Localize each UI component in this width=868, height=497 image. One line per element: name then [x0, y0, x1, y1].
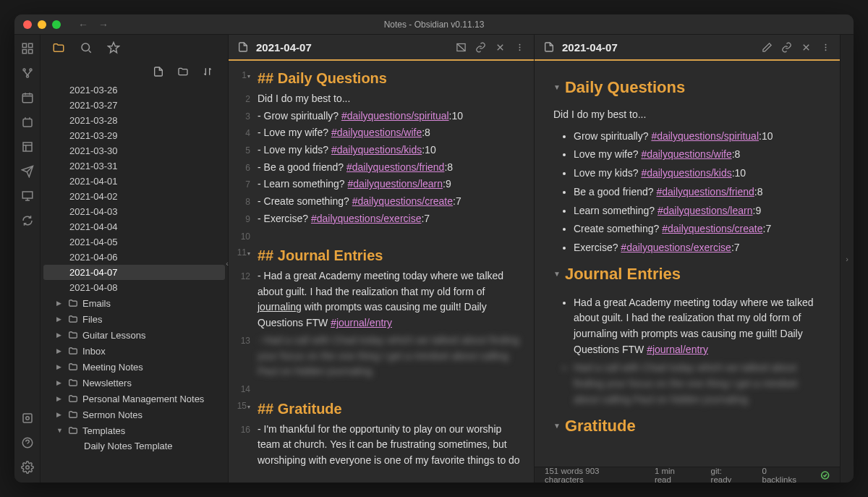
maximize-icon[interactable] [52, 20, 61, 29]
svg-point-21 [825, 46, 827, 48]
help-icon[interactable] [21, 436, 34, 449]
file-item[interactable]: 2021-03-31 [41, 158, 228, 174]
titlebar: ← → Notes - Obsidian v0.11.13 [14, 14, 854, 35]
folder-item[interactable]: ▶Personal Management Notes [41, 391, 228, 407]
pane-title[interactable]: 2021-04-07 [562, 41, 754, 54]
file-item[interactable]: 2021-04-03 [41, 204, 228, 219]
new-folder-icon[interactable] [177, 66, 189, 77]
svg-point-6 [26, 75, 28, 77]
tag-link[interactable]: #dailyquestions/learn [658, 205, 753, 216]
file-list[interactable]: 2021-03-262021-03-272021-03-282021-03-29… [41, 82, 228, 483]
collapse-right-icon[interactable]: › [841, 35, 854, 483]
back-icon[interactable]: ← [78, 19, 88, 30]
tag-link[interactable]: #dailyquestions/kids [331, 144, 422, 156]
file-item[interactable]: 2021-03-26 [41, 82, 228, 98]
file-item[interactable]: 2021-04-04 [41, 219, 228, 234]
tag-link[interactable]: #dailyquestions/wife [641, 148, 731, 160]
document-icon [237, 41, 249, 53]
folder-item[interactable]: ▶Sermon Notes [41, 407, 228, 422]
file-item[interactable]: Daily Notes Template [41, 438, 228, 454]
graph-icon[interactable] [21, 67, 34, 80]
file-explorer-icon[interactable] [52, 41, 65, 54]
app-window: ← → Notes - Obsidian v0.11.13 [14, 14, 854, 483]
forward-icon[interactable]: → [98, 19, 109, 30]
collapse-sidebar-icon[interactable]: ‹ [226, 259, 229, 268]
file-item[interactable]: 2021-03-30 [41, 143, 228, 158]
tag-link[interactable]: #dailyquestions/create [662, 223, 762, 234]
file-item[interactable]: 2021-03-28 [41, 113, 228, 128]
folder-item[interactable]: ▶Meeting Notes [41, 359, 228, 375]
minimize-icon[interactable] [38, 20, 46, 29]
word-count: 151 words 903 characters [545, 467, 636, 483]
tag-link[interactable]: #dailyquestions/learn [348, 178, 443, 190]
template-icon[interactable] [21, 140, 34, 153]
folder-item[interactable]: ▼Templates [41, 422, 228, 438]
folder-item[interactable]: ▶Emails [41, 295, 228, 311]
file-item[interactable]: 2021-04-02 [41, 189, 228, 204]
folder-item[interactable]: ▶Inbox [41, 343, 228, 359]
svg-point-20 [825, 43, 827, 45]
quick-switcher-icon[interactable] [21, 42, 34, 55]
tag-link[interactable]: #dailyquestions/exercise [311, 213, 422, 224]
more-icon[interactable] [820, 42, 831, 53]
git-status: git: ready [711, 467, 744, 483]
close-pane-icon[interactable] [801, 42, 812, 53]
statusbar: 151 words 903 characters 1 min read git:… [535, 467, 840, 483]
vault-icon[interactable] [21, 412, 34, 425]
tag-link[interactable]: #journal/entry [647, 344, 708, 355]
file-item[interactable]: 2021-03-27 [41, 98, 228, 113]
file-item[interactable]: 2021-04-07 [43, 265, 225, 280]
sidebar: 2021-03-262021-03-272021-03-282021-03-29… [41, 35, 229, 483]
more-icon[interactable] [514, 42, 525, 53]
svg-rect-0 [22, 43, 26, 47]
calendar-icon[interactable] [21, 91, 34, 104]
backlinks-count: 0 backlinks [762, 467, 801, 483]
folder-item[interactable]: ▶Files [41, 311, 228, 327]
tag-link[interactable]: #dailyquestions/spiritual [651, 130, 759, 142]
tag-link[interactable]: #dailyquestions/spiritual [341, 110, 449, 122]
tag-link[interactable]: #dailyquestions/kids [641, 167, 731, 179]
close-pane-icon[interactable] [495, 42, 506, 53]
svg-point-12 [25, 417, 29, 420]
traffic-lights [14, 20, 69, 29]
svg-rect-10 [22, 192, 33, 198]
editor-content[interactable]: 1▾## Daily Questions2Did I do my best to… [229, 61, 534, 483]
send-icon[interactable] [21, 165, 34, 178]
link-icon[interactable] [475, 42, 486, 53]
svg-rect-2 [22, 50, 26, 54]
settings-icon[interactable] [21, 461, 34, 474]
file-item[interactable]: 2021-03-29 [41, 128, 228, 143]
svg-rect-9 [23, 143, 32, 151]
file-item[interactable]: 2021-04-01 [41, 174, 228, 189]
link-icon[interactable] [781, 42, 792, 53]
sync-icon[interactable] [21, 214, 34, 227]
pane-title[interactable]: 2021-04-07 [256, 41, 448, 54]
sort-icon[interactable] [202, 66, 213, 77]
search-icon[interactable] [80, 41, 93, 54]
folder-item[interactable]: ▶Newsletters [41, 375, 228, 391]
star-icon[interactable] [107, 41, 120, 54]
svg-rect-11 [23, 414, 32, 422]
command-icon[interactable] [21, 116, 34, 129]
tag-link[interactable]: #dailyquestions/wife [331, 127, 422, 138]
svg-rect-1 [28, 43, 32, 47]
tag-link[interactable]: #dailyquestions/exercise [621, 242, 731, 253]
close-icon[interactable] [23, 20, 32, 29]
preview-pane: 2021-04-07 ▼Daily QuestionsDid I do my b… [535, 35, 841, 483]
file-item[interactable]: 2021-04-08 [41, 280, 228, 295]
tag-link[interactable]: #dailyquestions/friend [346, 161, 444, 173]
file-item[interactable]: 2021-04-06 [41, 250, 228, 265]
preview-content[interactable]: ▼Daily QuestionsDid I do my best to...Gr… [535, 61, 840, 467]
editor-pane: 2021-04-07 1▾## Daily Questions2Did I do… [229, 35, 535, 483]
slides-icon[interactable] [21, 190, 34, 203]
tag-link[interactable]: #dailyquestions/create [352, 195, 453, 207]
folder-item[interactable]: ▶Guitar Lessons [41, 327, 228, 343]
preview-toggle-icon[interactable] [456, 42, 467, 53]
tag-link[interactable]: #dailyquestions/friend [656, 186, 754, 197]
new-file-icon[interactable] [153, 66, 164, 77]
window-title: Notes - Obsidian v0.11.13 [384, 20, 485, 30]
edit-icon[interactable] [762, 42, 773, 53]
tag-link[interactable]: #journal/entry [331, 317, 392, 328]
svg-rect-8 [23, 119, 32, 127]
file-item[interactable]: 2021-04-05 [41, 234, 228, 250]
